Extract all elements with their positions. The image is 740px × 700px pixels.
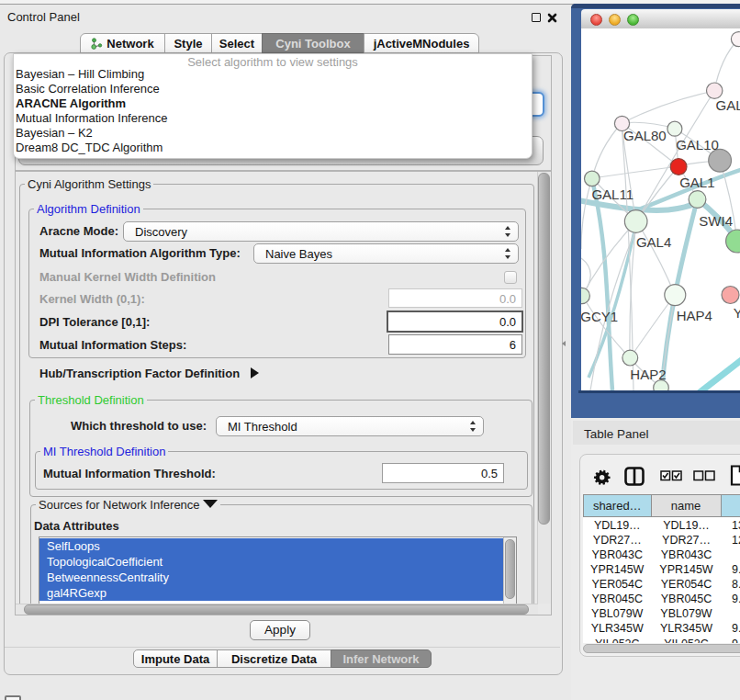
svg-text:GAL10: GAL10 [676, 137, 719, 152]
svg-text:GAL1: GAL1 [679, 175, 714, 190]
svg-text:GCY1: GCY1 [581, 309, 618, 324]
svg-text:HAP2: HAP2 [630, 367, 666, 382]
svg-text:GAL80: GAL80 [623, 128, 667, 143]
svg-text:HAP4: HAP4 [677, 308, 712, 323]
svg-text:GAL11: GAL11 [591, 186, 633, 202]
svg-text:GAL2: GAL2 [716, 97, 740, 113]
svg-text:SWI4: SWI4 [699, 213, 733, 229]
svg-text:GAL4: GAL4 [636, 234, 671, 250]
svg-text:YM: YM [734, 305, 740, 321]
